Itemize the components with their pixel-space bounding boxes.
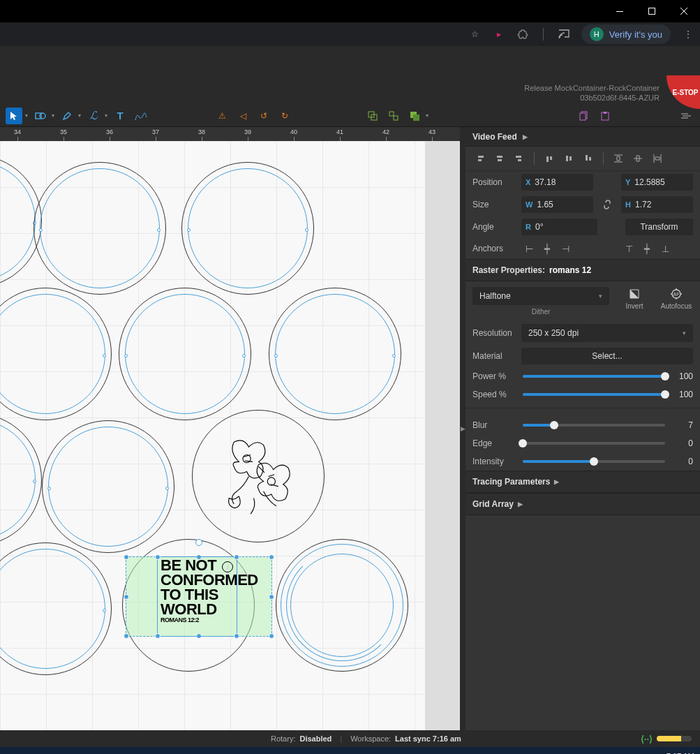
blur-slider[interactable] [523, 424, 665, 427]
distribute-h-button[interactable] [611, 151, 626, 166]
size-w-input[interactable]: W1.65 [521, 196, 593, 213]
estop-button[interactable]: E-STOP [667, 75, 700, 109]
dither-mode-select[interactable]: Halftone▾ [472, 287, 609, 305]
distribute-center-button[interactable] [630, 151, 646, 166]
align-left-button[interactable] [472, 151, 488, 166]
anchor-center-h-button[interactable]: ┿ [539, 241, 555, 256]
power-slider[interactable] [523, 375, 665, 378]
tracing-parameters-header[interactable]: Tracing Parameters ▶ [466, 471, 700, 493]
eyedropper-tool[interactable]: ℒ [85, 108, 102, 124]
angle-input[interactable]: R0° [521, 219, 597, 235]
speed-slider[interactable] [523, 393, 665, 396]
invert-button[interactable]: Invert [618, 287, 651, 310]
verify-identity-chip[interactable]: H Verify it's you [581, 24, 671, 44]
browser-toolbar: ☆ ▸ H Verify it's you ⋮ [0, 22, 700, 46]
shapes-tool-caret[interactable]: ▾ [52, 112, 54, 119]
ungroup-button[interactable] [385, 108, 402, 124]
eyedropper-caret[interactable]: ▾ [105, 112, 107, 119]
grid-array-header[interactable]: Grid Array ▶ [466, 493, 700, 515]
pen-tool-caret[interactable]: ▾ [78, 112, 81, 119]
anchor-top-button[interactable]: ⊤ [621, 241, 636, 256]
horizontal-ruler: 34 35 36 37 38 39 40 41 42 43 [0, 127, 460, 141]
svg-point-3 [40, 113, 45, 119]
layers-button[interactable] [678, 108, 694, 124]
size-label: Size [472, 200, 516, 209]
svg-rect-9 [413, 114, 419, 121]
resolution-select[interactable]: 250 x 250 dpi▾ [521, 324, 693, 342]
select-tool-caret[interactable]: ▾ [25, 112, 28, 119]
browser-menu-icon[interactable]: ⋮ [682, 28, 694, 40]
anchor-center-v-button[interactable]: ┿ [639, 241, 655, 256]
window-close-button[interactable] [668, 0, 700, 22]
boolean-caret[interactable]: ▾ [426, 112, 429, 119]
text-tool[interactable]: T [112, 108, 128, 124]
workspace-value: Last sync 7:16 am [395, 734, 461, 743]
material-select-button[interactable]: Select... [521, 348, 693, 364]
circle-object[interactable] [0, 288, 112, 420]
sync-progress [657, 736, 692, 741]
circle-object[interactable] [0, 542, 112, 675]
size-h-input[interactable]: H1.72 [621, 196, 693, 213]
intensity-label: Intensity [472, 457, 516, 466]
circle-object[interactable] [33, 162, 166, 295]
boolean-tool[interactable] [406, 108, 423, 124]
flip-vertical-button[interactable]: ◁ [234, 108, 251, 124]
edge-label: Edge [472, 438, 516, 448]
position-y-input[interactable]: Y12.5885 [621, 174, 693, 191]
clipboard-paste-button[interactable] [597, 108, 613, 124]
circle-object[interactable] [0, 413, 42, 546]
svg-rect-0 [616, 11, 623, 12]
circle-object[interactable] [181, 162, 314, 295]
panel-divider[interactable]: ▶ [460, 127, 466, 730]
circle-object[interactable] [119, 288, 251, 420]
align-top-button[interactable] [542, 151, 557, 166]
text-raster-content[interactable]: BE NOT CONFORMED TO THIS WORLD ROMANS 12… [161, 559, 258, 623]
canvas-area[interactable]: 34 35 36 37 38 39 40 41 42 43 [0, 127, 460, 730]
pen-tool[interactable] [59, 108, 75, 124]
dither-label: Dither [472, 308, 609, 316]
release-id: 03b502d6f-8445-AZUR [524, 93, 660, 103]
align-right-button[interactable] [512, 151, 527, 166]
window-minimize-button[interactable] [604, 0, 636, 22]
rotate-ccw-button[interactable]: ↺ [255, 108, 272, 124]
position-x-input[interactable]: X37.18 [521, 174, 593, 191]
alignment-row [466, 147, 700, 171]
trace-tool[interactable] [133, 108, 149, 124]
properties-panel: Video Feed ▶ Position X37.18 Y12.5885 Si… [466, 127, 700, 730]
info-icon[interactable]: i [222, 561, 233, 572]
extensions-icon[interactable] [516, 28, 529, 40]
transform-button[interactable]: Transform [625, 219, 693, 235]
circle-object[interactable] [269, 288, 401, 420]
user-avatar: H [590, 27, 604, 41]
link-aspect-button[interactable] [599, 196, 616, 213]
edge-slider[interactable] [523, 442, 665, 445]
group-button[interactable] [364, 108, 381, 124]
extension-pink-icon[interactable]: ▸ [493, 28, 505, 40]
chevron-right-icon: ▶ [554, 478, 559, 485]
align-bottom-button[interactable] [581, 151, 596, 166]
connection-icon: ⟨··⟩ [641, 734, 653, 744]
circle-object[interactable] [42, 420, 174, 553]
autofocus-button[interactable]: AF Autofocus [660, 287, 693, 310]
tech-circle-object[interactable] [276, 539, 408, 672]
align-center-v-button[interactable] [561, 151, 576, 166]
window-maximize-button[interactable] [636, 0, 668, 22]
blur-label: Blur [472, 420, 516, 430]
select-tool[interactable] [6, 108, 22, 124]
cast-icon[interactable] [558, 28, 570, 40]
flower-raster-object[interactable] [192, 410, 325, 542]
anchor-right-button[interactable]: ⊣ [558, 241, 573, 256]
intensity-slider[interactable] [523, 460, 665, 463]
video-feed-header[interactable]: Video Feed ▶ [466, 127, 700, 147]
window-titlebar [0, 0, 700, 22]
rotate-cw-button[interactable]: ↻ [276, 108, 293, 124]
anchor-left-button[interactable]: ⊢ [521, 241, 537, 256]
distribute-v-button[interactable] [650, 151, 665, 166]
clipboard-copy-button[interactable] [576, 108, 593, 124]
anchor-bottom-button[interactable]: ⊥ [657, 241, 673, 256]
star-icon[interactable]: ☆ [469, 28, 482, 40]
canvas-workspace[interactable]: BE NOT CONFORMED TO THIS WORLD ROMANS 12… [0, 141, 460, 730]
flip-horizontal-button[interactable]: ⚠ [214, 108, 230, 124]
shapes-tool[interactable] [32, 108, 49, 124]
align-center-h-button[interactable] [492, 151, 507, 166]
